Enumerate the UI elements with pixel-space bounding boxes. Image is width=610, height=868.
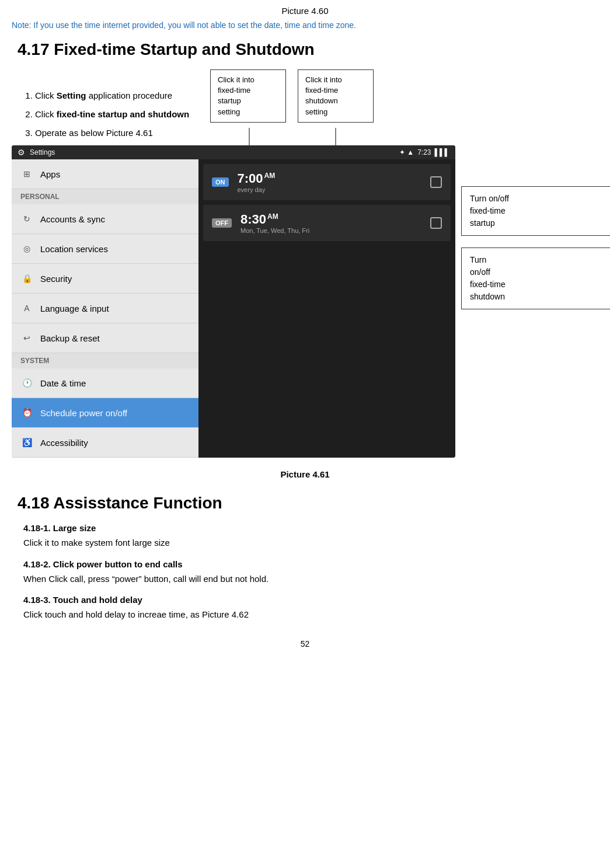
sidebar-item-backup-label: Backup & reset [40,333,100,343]
sidebar-item-apps[interactable]: ⊞ Apps [12,159,198,189]
android-body: ⊞ Apps PERSONAL ↻ Accounts & sync ◎ Loca… [12,159,455,458]
annotation-shutdown: Turn on/off fixed-time shutdown [461,247,610,309]
signal-icon: ▌▌▌ [434,148,449,156]
sync-icon: ↻ [20,212,33,225]
section-418-title: 4.18 Assisstance Function [12,494,598,513]
clock-icon: 🕐 [20,377,33,389]
subsection-3-title: 4.18-3. Touch and hold delay [23,595,598,605]
time-sub-2: Mon, Tue, Wed, Thu, Fri [240,227,309,234]
settings-label: Settings [30,148,55,156]
sidebar-item-backup[interactable]: ↩ Backup & reset [12,323,198,353]
sidebar-item-accessibility[interactable]: ♿ Accessibility [12,428,198,458]
sidebar-item-accounts-label: Accounts & sync [40,214,105,224]
callout-area: Click Setting application procedure Clic… [12,69,455,145]
subsection-2-title: 4.18-2. Click power button to end calls [23,559,598,569]
subsection-1-body: Click it to make system font large size [23,536,598,550]
sidebar-item-security-label: Security [40,274,72,284]
callout-box-shutdown: Click it into fixed-time shutdown settin… [298,69,374,123]
sidebar-item-location-label: Location services [40,244,108,254]
picture-bottom-caption: Picture 4.61 [12,469,598,479]
main-panel: ON 7:00AM every day OFF 8:30AM Mon, Tue,… [198,159,455,458]
sidebar-item-accounts[interactable]: ↻ Accounts & sync [12,204,198,234]
sidebar-item-accessibility-label: Accessibility [40,438,88,448]
callout-box-startup: Click it into fixed-time startup setting [210,69,286,123]
instruction-step1: Click Setting application procedure [35,87,210,104]
status-time: 7:23 [417,148,431,156]
time-ampm-1: AM [264,172,276,180]
section-417-title: 4.17 Fixed-time Startup and Shutdown [12,40,598,59]
toggle-on-badge[interactable]: ON [212,177,229,187]
subsection-1: 4.18-1. Large size Click it to make syst… [12,523,598,550]
sidebar-item-schedule[interactable]: ⏰ Schedule power on/off [12,398,198,428]
time-display-1: 7:00AM every day [238,171,276,193]
instructions: Click Setting application procedure Clic… [12,87,210,143]
sidebar-section-personal: PERSONAL [12,189,198,204]
left-content: Click Setting application procedure Clic… [12,69,455,458]
sidebar-item-language[interactable]: A Language & input [12,294,198,323]
note-text: Note: If you use the time internet provi… [12,20,598,30]
schedule-row-shutdown[interactable]: OFF 8:30AM Mon, Tue, Wed, Thu, Fri [203,205,451,241]
subsection-1-title: 4.18-1. Large size [23,523,598,533]
sidebar-item-datetime[interactable]: 🕐 Date & time [12,368,198,398]
subsection-3: 4.18-3. Touch and hold delay Click touch… [12,595,598,622]
schedule-icon: ⏰ [20,406,33,419]
android-screenshot: ⚙ Settings ✦ ▲ 7:23 ▌▌▌ ⊞ Apps [12,145,455,458]
time-display-2: 8:30AM Mon, Tue, Wed, Thu, Fri [240,212,309,234]
location-icon: ◎ [20,242,33,255]
subsection-2: 4.18-2. Click power button to end calls … [12,559,598,586]
accessibility-icon: ♿ [20,436,33,449]
sidebar-item-security[interactable]: 🔒 Security [12,264,198,294]
sidebar-item-schedule-label: Schedule power on/off [40,408,127,418]
sidebar-section-system: SYSTEM [12,353,198,368]
subsection-2-body: When Click call, press “power” button, c… [23,573,598,586]
sidebar-item-location[interactable]: ◎ Location services [12,234,198,264]
lock-icon: 🔒 [20,272,33,285]
content-area: Click Setting application procedure Clic… [12,69,598,458]
checkbox-1[interactable] [430,176,442,188]
apps-icon: ⊞ [20,168,33,180]
instruction-step3: Operate as below Picture 4.61 [35,124,210,142]
sidebar-item-apps-label: Apps [40,169,60,179]
sidebar-item-language-label: Language & input [40,304,109,313]
time-ampm-2: AM [267,212,278,221]
subsection-3-body: Click touch and hold delay to increae ti… [23,608,598,622]
sidebar-item-datetime-label: Date & time [40,378,86,388]
picture-top-caption: Picture 4.60 [12,6,598,16]
language-icon: A [20,302,33,315]
time-value-2: 8:30AM [240,212,278,226]
android-status-bar: ⚙ Settings ✦ ▲ 7:23 ▌▌▌ [12,145,455,159]
status-icons: ✦ ▲ [399,148,414,156]
page-number: 52 [12,639,598,649]
backup-icon: ↩ [20,332,33,344]
time-sub-1: every day [238,186,276,193]
annotation-startup: Turn on/off fixed-time startup [461,186,610,236]
schedule-row-startup[interactable]: ON 7:00AM every day [203,164,451,200]
instruction-step2: Click fixed-tine startup and shutdown [35,106,210,123]
android-sidebar: ⊞ Apps PERSONAL ↻ Accounts & sync ◎ Loca… [12,159,198,458]
toggle-off-badge[interactable]: OFF [212,218,232,228]
time-value-1: 7:00AM [238,171,276,186]
checkbox-2[interactable] [430,217,442,229]
right-annotations: Turn on/off fixed-time startup Turn on/o… [461,69,610,458]
